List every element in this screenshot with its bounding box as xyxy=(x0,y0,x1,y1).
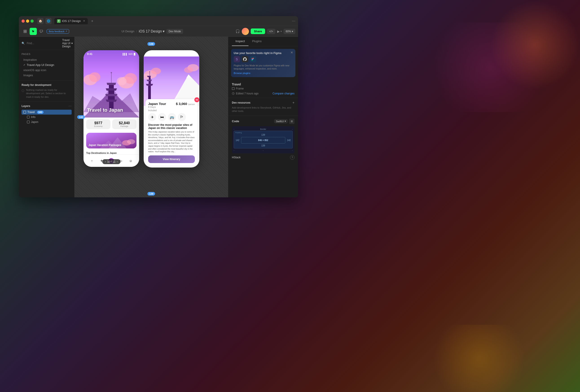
page-item-visonos[interactable]: visonOS app icon xyxy=(21,68,72,73)
ready-dev-empty-state: ⬡ Nothing marked as ready for developmen… xyxy=(21,88,72,99)
page-item-images[interactable]: Images xyxy=(21,73,72,78)
breadcrumb-current: iOS 17 Design ▾ xyxy=(139,29,164,33)
frame-type-icon xyxy=(232,87,235,90)
dev-mode-button[interactable]: Dev Mode xyxy=(166,29,183,34)
tour-card-header: Japan Tour 8 Days $ 3,060 /person xyxy=(148,102,195,108)
phone2-status-time: 9:41 xyxy=(147,52,153,56)
layers-more-button[interactable]: ⋯ xyxy=(68,104,72,108)
figma-app: Beta feedback ↗ UI Design / iOS 17 Desig… xyxy=(19,26,298,197)
globe-button[interactable]: 🌐 xyxy=(45,18,52,24)
element-type-label: Frame xyxy=(236,87,244,90)
edited-text: Edited 7 hours ago xyxy=(232,92,259,95)
dev-resources-title: Dev resources xyxy=(232,101,251,104)
traffic-lights xyxy=(21,19,34,23)
compare-changes-link[interactable]: Compare changes xyxy=(273,92,294,95)
tab-plugins[interactable]: Plugins xyxy=(249,37,265,46)
plugin-banner: ✕ Use your favorite tools right in Figma… xyxy=(231,49,295,77)
breadcrumb-dropdown-icon[interactable]: ▾ xyxy=(163,29,164,33)
beta-feedback-button[interactable]: Beta feedback ↗ xyxy=(47,29,69,34)
dev-resources-add-button[interactable]: + xyxy=(292,101,294,105)
code-settings-icon[interactable] xyxy=(289,119,294,124)
border-label-top: Border xyxy=(260,128,266,130)
border-bottom-center: - xyxy=(263,149,264,152)
nav-share-icon[interactable]: ↑ xyxy=(89,158,95,164)
left-sidebar: 🔍 Travel App UI Design ▾ Pages Inspirati… xyxy=(19,37,75,197)
price-card-package: $2,840 Package xyxy=(112,119,137,129)
phone1-hero-title: Travel to Japan xyxy=(87,107,123,113)
home-button[interactable]: 🏠 xyxy=(37,18,43,24)
ready-dev-icon: ⬡ xyxy=(21,89,24,93)
phone1-mockup: 9:41 ▌▌▌ WiFi ▉ xyxy=(84,50,139,167)
tab-inspect[interactable]: Inspect xyxy=(232,37,249,46)
phone1-status-icons: ▌▌▌ WiFi ▉ xyxy=(123,53,136,55)
add-tab-button[interactable]: + xyxy=(90,18,95,24)
move-tool-button[interactable] xyxy=(30,28,37,35)
pag-next-icon[interactable]: › xyxy=(117,160,118,163)
play-arrow-icon[interactable]: ▾ xyxy=(281,30,282,32)
included-flight-icon: ✈ xyxy=(148,113,156,121)
browse-plugins-link[interactable]: Browse plugins xyxy=(234,72,293,75)
comment-tool-button[interactable] xyxy=(38,28,45,35)
page-item-inspiration[interactable]: Inspiration xyxy=(21,57,72,62)
tour-days: 8 Days xyxy=(148,106,166,108)
plugin-banner-close-icon[interactable]: ✕ xyxy=(290,51,293,54)
svg-marker-35 xyxy=(146,80,152,81)
maximize-traffic-light[interactable] xyxy=(30,19,34,23)
file-name-arrow-icon[interactable]: ▾ xyxy=(71,42,73,45)
view-itinerary-button[interactable]: View Itinerary xyxy=(148,155,195,163)
active-page-checkmark: ✓ xyxy=(23,64,25,66)
file-name-label: Travel App UI Design ▾ xyxy=(62,39,73,48)
avatar[interactable] xyxy=(242,28,249,35)
layer-japon[interactable]: Japon xyxy=(21,119,72,124)
dest-section-title: Top Destinations in Japan xyxy=(86,152,137,154)
box-model-diagram: - Border - Padding 139 142 xyxy=(232,126,294,153)
phone1-status-bar: 9:41 ▌▌▌ WiFi ▉ xyxy=(84,50,139,57)
phone2-container: 9:41 ▌▌▌ WiFi ▉ xyxy=(144,50,199,168)
zoom-arrow-icon: ▾ xyxy=(292,30,293,33)
help-icon[interactable]: ? xyxy=(290,155,294,160)
battery-icon: ▉ xyxy=(134,53,136,55)
sidebar-search-area: 🔍 Travel App UI Design ▾ xyxy=(19,37,74,50)
toolbar-tools xyxy=(21,28,45,35)
breadcrumb-parent: UI Design xyxy=(122,30,134,33)
hstack-label: HStack xyxy=(232,156,241,159)
nav-smile-icon[interactable]: ☺ xyxy=(128,158,133,164)
code-section: Code SwiftUI ▾ xyxy=(228,116,298,162)
svg-point-5 xyxy=(89,72,100,82)
dev-resources-header: Dev resources + xyxy=(232,101,294,105)
package-price: $2,840 xyxy=(114,121,135,125)
share-button[interactable]: Share xyxy=(251,28,265,34)
dev-resources-desc: Add development links to Storybook, GitH… xyxy=(232,106,294,113)
phone2-status-icons: ▌▌▌ WiFi ▉ xyxy=(183,53,196,55)
tour-badge-60: 60 xyxy=(194,97,199,102)
breadcrumb-separator: / xyxy=(136,30,137,33)
play-icon[interactable]: ▶ xyxy=(277,30,280,33)
size-box: 846 × 852 xyxy=(241,137,285,144)
economy-label: Economy xyxy=(88,125,109,127)
zoom-control[interactable]: 60% ▾ xyxy=(284,29,295,34)
tour-price-per: /person xyxy=(188,103,195,105)
select-tool-button[interactable] xyxy=(21,28,29,35)
tab-close-icon[interactable]: ✕ xyxy=(83,19,85,22)
code-button[interactable]: </> xyxy=(267,29,275,34)
layers-header: Layers ⋯ xyxy=(21,104,72,108)
find-input[interactable] xyxy=(27,42,60,45)
browser-more-button[interactable]: ⋯ xyxy=(292,19,295,23)
canvas-badge-top: 139 xyxy=(147,42,155,46)
minimize-traffic-light[interactable] xyxy=(26,19,29,23)
page-item-travel[interactable]: ✓ Travel App UI Design xyxy=(21,62,72,68)
price-card-economy: $977 Economy xyxy=(86,119,110,129)
close-traffic-light[interactable] xyxy=(21,19,25,23)
phone2-signal-icon: ▌▌▌ xyxy=(183,53,188,55)
pag-prev-icon[interactable]: ‹ xyxy=(105,160,106,163)
layer-info[interactable]: Info xyxy=(21,115,72,119)
layer-travel[interactable]: Travel 142 xyxy=(21,110,72,115)
padding-right-value: 142 xyxy=(286,139,291,141)
phone1-image-card: Japan Vacation Packages xyxy=(86,133,137,148)
browser-tab[interactable]: F iOS 17 Design ✕ xyxy=(54,18,88,24)
github-plugin-icon xyxy=(242,56,248,62)
canvas-area[interactable]: 139 139 142 9:41 ▌▌▌ WiFi ▉ xyxy=(75,37,228,197)
tab-title: iOS 17 Design xyxy=(62,19,81,23)
svg-rect-0 xyxy=(24,30,25,31)
code-language-selector[interactable]: SwiftUI ▾ xyxy=(274,119,288,123)
